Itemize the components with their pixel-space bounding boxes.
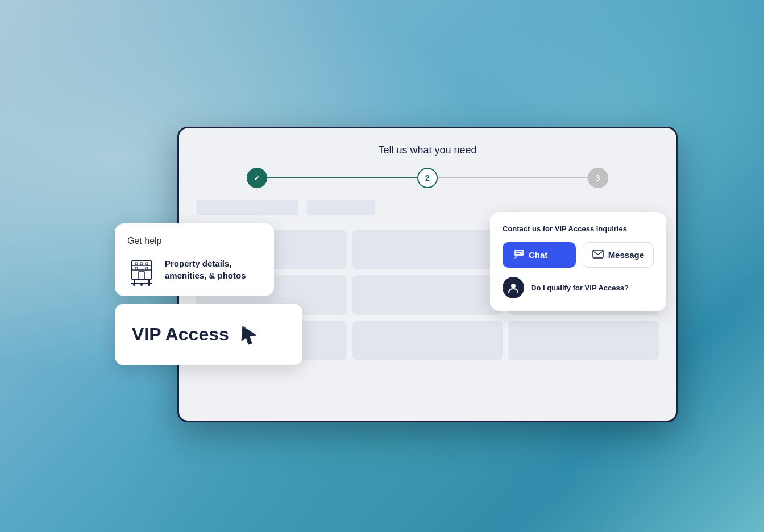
step-3[interactable]: 3 xyxy=(588,168,608,188)
svg-point-19 xyxy=(511,284,516,288)
step-1[interactable]: ✓ xyxy=(247,168,267,188)
vip-access-text: VIP Access xyxy=(132,324,229,345)
chat-label: Chat xyxy=(529,250,547,260)
grid-cell-9 xyxy=(508,321,659,360)
qualify-text: Do I qualify for VIP Access? xyxy=(531,284,629,292)
hotel-icon xyxy=(127,255,156,284)
card-get-help: Get help xyxy=(115,223,274,296)
grid-cell-8 xyxy=(352,321,503,360)
card-contact: Contact us for VIP Access inquiries Chat xyxy=(490,212,666,311)
screen-top: Tell us what you need ✓ 2 3 xyxy=(179,128,676,200)
step-line-2-3 xyxy=(438,177,588,178)
step-line-1-2 xyxy=(267,177,417,178)
qualify-row[interactable]: Do I qualify for VIP Access? xyxy=(503,277,654,298)
svg-rect-7 xyxy=(146,267,148,269)
svg-rect-6 xyxy=(135,267,138,269)
get-help-body: Property details, amenities, & photos xyxy=(127,255,261,284)
checkmark-icon: ✓ xyxy=(254,173,260,182)
svg-rect-18 xyxy=(593,250,603,258)
svg-rect-4 xyxy=(140,263,143,265)
get-help-body-text: Property details, amenities, & photos xyxy=(165,257,261,281)
qualify-avatar xyxy=(503,277,524,298)
svg-point-12 xyxy=(133,284,135,286)
step-2-label: 2 xyxy=(425,173,430,182)
placeholder-bar-1 xyxy=(196,200,298,215)
progress-bar: ✓ 2 3 xyxy=(247,168,608,188)
contact-title: Contact us for VIP Access inquiries xyxy=(503,225,654,233)
grid-cell-2 xyxy=(352,230,503,269)
step-3-label: 3 xyxy=(596,173,600,182)
message-label: Message xyxy=(608,250,644,260)
svg-rect-8 xyxy=(139,272,144,279)
contact-buttons: Chat Message xyxy=(503,242,654,268)
screen-title: Tell us what you need xyxy=(202,144,653,156)
svg-rect-15 xyxy=(514,250,524,256)
svg-point-13 xyxy=(140,284,143,286)
svg-point-14 xyxy=(148,284,150,286)
grid-cell-5 xyxy=(352,275,503,315)
screen-wrapper: Tell us what you need ✓ 2 3 xyxy=(126,110,638,422)
svg-rect-3 xyxy=(135,263,138,265)
message-button[interactable]: Message xyxy=(583,242,654,268)
get-help-title: Get help xyxy=(127,236,261,246)
cursor-icon xyxy=(240,325,259,350)
message-icon xyxy=(592,250,604,260)
step-2[interactable]: 2 xyxy=(417,168,438,188)
chat-icon xyxy=(514,249,524,261)
card-vip[interactable]: VIP Access xyxy=(115,304,302,365)
svg-rect-5 xyxy=(146,263,148,265)
chat-button[interactable]: Chat xyxy=(503,242,576,268)
placeholder-bar-2 xyxy=(307,200,375,215)
